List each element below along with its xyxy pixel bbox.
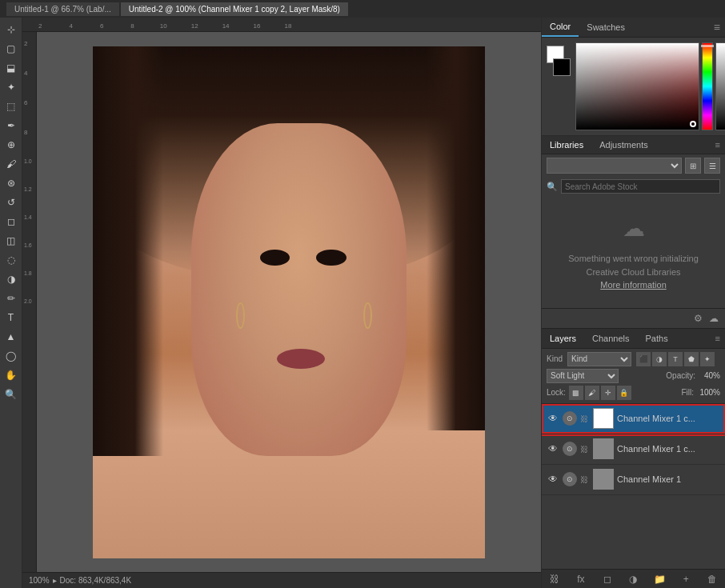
lock-icons: ▩ 🖌 ✛ 🔒 bbox=[569, 386, 631, 400]
lib-panel-menu-btn[interactable]: ≡ bbox=[711, 137, 725, 153]
layer-item[interactable]: 👁 ⊙ ⛓ Channel Mixer 1 c... bbox=[542, 434, 725, 465]
type-tool-icon[interactable]: T bbox=[2, 309, 20, 326]
lib-more-info-link[interactable]: More information bbox=[550, 278, 717, 292]
earring-left bbox=[236, 302, 245, 329]
lock-image-btn[interactable]: 🖌 bbox=[585, 386, 599, 400]
filter-pixel-btn[interactable]: ⬛ bbox=[636, 352, 651, 366]
tab-color[interactable]: Color bbox=[542, 18, 579, 37]
layer-link-icon: ⛓ bbox=[580, 414, 590, 423]
lasso-icon[interactable]: ⬓ bbox=[2, 59, 20, 77]
fill-value[interactable]: 100% bbox=[696, 388, 720, 397]
layers-bottom-bar: ⛓ fx ◻ ◑ 📁 + 🗑 bbox=[542, 569, 725, 588]
group-layers-btn[interactable]: 📁 bbox=[653, 573, 666, 586]
lib-cloud-icon[interactable]: ☁ bbox=[707, 312, 720, 325]
layer-adj-icon: ⊙ bbox=[563, 442, 577, 456]
color-gradient-box[interactable] bbox=[575, 42, 699, 130]
lib-tab-row: Libraries Adjustments ≡ bbox=[542, 136, 725, 154]
blend-mode-select[interactable]: Soft Light bbox=[547, 369, 619, 383]
lib-search-area: 🔍 bbox=[542, 177, 725, 196]
tab-adjustments[interactable]: Adjustments bbox=[591, 136, 656, 154]
background-color-swatch[interactable] bbox=[553, 58, 571, 76]
filter-adj-btn[interactable]: ◑ bbox=[652, 352, 667, 366]
new-layer-btn[interactable]: + bbox=[679, 573, 692, 586]
layer-name: Channel Mixer 1 bbox=[617, 474, 720, 484]
layer-visibility-toggle[interactable]: 👁 bbox=[547, 473, 559, 486]
layer-visibility-toggle[interactable]: 👁 bbox=[547, 412, 559, 425]
fg-bg-colors bbox=[547, 46, 571, 76]
dodge-icon[interactable]: ◑ bbox=[2, 270, 20, 288]
layers-row-3: Lock: ▩ 🖌 ✛ 🔒 Fill: 100% bbox=[547, 386, 720, 400]
filter-shape-btn[interactable]: ⬟ bbox=[684, 352, 699, 366]
eraser-icon[interactable]: ◻ bbox=[2, 213, 20, 230]
select-rect-icon[interactable]: ▢ bbox=[2, 40, 20, 58]
photo-face-background bbox=[93, 46, 485, 558]
healing-icon[interactable]: ⊕ bbox=[2, 136, 20, 154]
ruler-left: 2 4 6 8 1.0 1.2 1.4 1.6 1.8 2.0 bbox=[22, 32, 37, 588]
lib-error-subtitle: Creative Cloud Libraries bbox=[550, 266, 717, 279]
hue-slider-handle bbox=[701, 45, 714, 47]
opacity-label: Opacity: bbox=[666, 371, 695, 380]
layer-link-icon: ⛓ bbox=[580, 475, 590, 484]
zoom-level: 100% bbox=[29, 576, 50, 585]
path-select-icon[interactable]: ▲ bbox=[2, 328, 20, 346]
shape-icon[interactable]: ◯ bbox=[2, 347, 20, 365]
main-layout: ⊹ ▢ ⬓ ✦ ⬚ ✒ ⊕ 🖌 ⊛ ↺ ◻ ◫ ◌ ◑ ✏ T ▲ ◯ ✋ 🔍 … bbox=[0, 18, 725, 588]
layer-adj-icon: ⊙ bbox=[563, 472, 577, 486]
layer-item[interactable]: 👁 ⊙ ⛓ Channel Mixer 1 c... bbox=[542, 404, 725, 434]
tab-paths[interactable]: Paths bbox=[638, 329, 676, 348]
tab-libraries[interactable]: Libraries bbox=[542, 136, 591, 154]
lib-bottom-icons: ⚙ ☁ bbox=[542, 308, 725, 328]
lib-grid-view-btn[interactable]: ⊞ bbox=[685, 158, 701, 174]
zoom-icon[interactable]: 🔍 bbox=[2, 386, 20, 403]
layers-panel: Layers Channels Paths ≡ Kind Kind ⬛ ◑ T … bbox=[542, 329, 725, 589]
lib-search-input[interactable] bbox=[561, 179, 720, 194]
eyedropper-icon[interactable]: ✒ bbox=[2, 117, 20, 134]
quick-select-icon[interactable]: ✦ bbox=[2, 78, 20, 96]
hand-icon[interactable]: ✋ bbox=[2, 366, 20, 384]
lock-position-btn[interactable]: ✛ bbox=[601, 386, 615, 400]
tab-1[interactable]: Untitled-1 @ 66.7% (Lab/... bbox=[6, 2, 119, 16]
filter-smart-btn[interactable]: ✦ bbox=[700, 352, 715, 366]
hue-slider[interactable] bbox=[702, 42, 713, 130]
clone-icon[interactable]: ⊛ bbox=[2, 174, 20, 192]
lib-error-title: Something went wrong initializing bbox=[550, 252, 717, 266]
pen-icon[interactable]: ✏ bbox=[2, 290, 20, 307]
opacity-slider[interactable] bbox=[715, 42, 725, 130]
lib-toolbar: ⊞ ☰ bbox=[542, 154, 725, 177]
layer-style-btn[interactable]: fx bbox=[575, 573, 587, 586]
crop-icon[interactable]: ⬚ bbox=[2, 98, 20, 115]
tab-2[interactable]: Untitled-2 @ 100% (Channel Mixer 1 copy … bbox=[121, 2, 348, 16]
layers-row-2: Soft Light Opacity: 40% bbox=[547, 369, 720, 383]
lib-dropdown[interactable] bbox=[547, 158, 682, 174]
layer-visibility-toggle[interactable]: 👁 bbox=[547, 442, 559, 455]
filter-type-btn[interactable]: T bbox=[668, 352, 683, 366]
adjustment-layer-btn[interactable]: ◑ bbox=[627, 573, 639, 586]
lib-list-view-btn[interactable]: ☰ bbox=[704, 158, 720, 174]
gradient-icon[interactable]: ◫ bbox=[2, 232, 20, 250]
layers-kind-select[interactable]: Kind bbox=[567, 352, 631, 366]
tab-channels[interactable]: Channels bbox=[584, 329, 637, 348]
lock-transparent-btn[interactable]: ▩ bbox=[569, 386, 583, 400]
history-brush-icon[interactable]: ↺ bbox=[2, 194, 20, 211]
blur-icon[interactable]: ◌ bbox=[2, 251, 20, 269]
face-area bbox=[191, 123, 407, 456]
layer-name: Channel Mixer 1 c... bbox=[617, 414, 720, 423]
doc-info: Doc: 863,4K/863,4K bbox=[60, 576, 132, 585]
opacity-value[interactable]: 40% bbox=[698, 371, 720, 380]
layer-item[interactable]: 👁 ⊙ ⛓ Channel Mixer 1 bbox=[542, 465, 725, 495]
tab-swatches[interactable]: Swatches bbox=[579, 18, 633, 36]
right-panel: Color Swatches ≡ bbox=[541, 18, 725, 588]
color-picker-area bbox=[542, 38, 725, 135]
lib-error-area: ☁ Something went wrong initializing Crea… bbox=[542, 196, 725, 308]
color-panel-menu-btn[interactable]: ≡ bbox=[709, 18, 725, 37]
link-layers-btn[interactable]: ⛓ bbox=[548, 573, 561, 586]
delete-layer-btn[interactable]: 🗑 bbox=[706, 573, 719, 586]
brush-icon[interactable]: 🖌 bbox=[2, 155, 20, 173]
add-mask-btn[interactable]: ◻ bbox=[601, 573, 614, 586]
lib-settings-icon[interactable]: ⚙ bbox=[691, 312, 704, 325]
libraries-panel: Libraries Adjustments ≡ ⊞ ☰ 🔍 ☁ Somethin… bbox=[542, 136, 725, 329]
move-tool-icon[interactable]: ⊹ bbox=[2, 21, 20, 38]
lock-all-btn[interactable]: 🔒 bbox=[617, 386, 631, 400]
layers-menu-btn[interactable]: ≡ bbox=[711, 330, 725, 346]
tab-layers[interactable]: Layers bbox=[542, 329, 584, 348]
